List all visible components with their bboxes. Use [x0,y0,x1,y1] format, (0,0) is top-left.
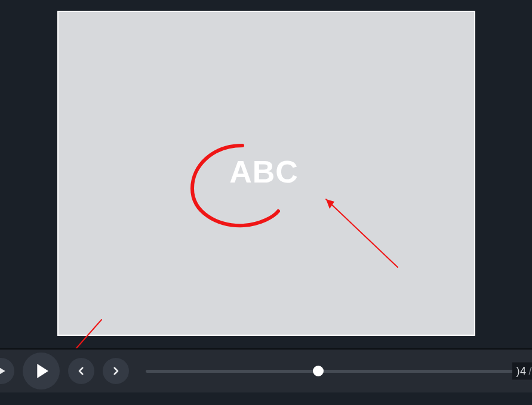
play-small-button[interactable] [0,358,14,384]
slide-counter: )4 / [512,363,532,380]
play-main-button[interactable] [23,353,60,389]
svg-marker-4 [0,367,5,375]
next-button[interactable] [103,358,129,384]
slide-text-abc: ABC [229,154,299,190]
slider-track [146,370,521,373]
chevron-left-icon [76,366,87,376]
annotation-arrow-to-text [315,191,405,274]
slide-canvas[interactable]: ABC [57,11,475,336]
chevron-right-icon [110,366,121,376]
previous-button[interactable] [68,358,94,384]
svg-line-0 [326,199,398,267]
playback-toolbar: )4 / [0,348,532,392]
counter-separator: / [528,365,532,378]
slide-stage: ABC [0,0,532,348]
play-icon [0,365,7,377]
playback-controls [0,353,129,389]
timeline-slider[interactable] [129,370,532,373]
play-icon [32,361,51,381]
svg-marker-1 [326,199,334,209]
slider-thumb[interactable] [313,366,324,376]
counter-current: )4 [516,365,526,378]
svg-marker-5 [37,364,48,378]
